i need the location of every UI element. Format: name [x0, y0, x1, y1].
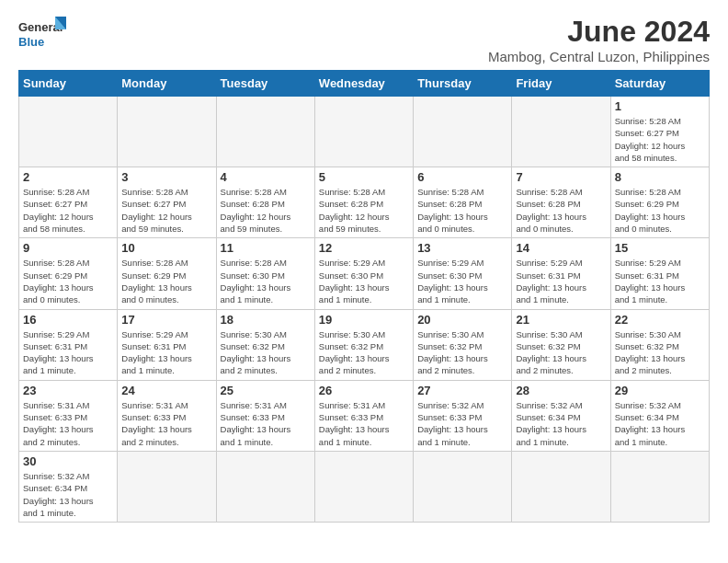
table-row: 18Sunrise: 5:30 AM Sunset: 6:32 PM Dayli…	[216, 309, 314, 380]
table-row	[118, 97, 216, 167]
day-info: Sunrise: 5:28 AM Sunset: 6:27 PM Dayligh…	[615, 115, 705, 164]
day-info: Sunrise: 5:28 AM Sunset: 6:27 PM Dayligh…	[121, 186, 211, 235]
calendar-week-row: 23Sunrise: 5:31 AM Sunset: 6:33 PM Dayli…	[19, 380, 710, 451]
calendar-week-row: 2Sunrise: 5:28 AM Sunset: 6:27 PM Daylig…	[19, 167, 710, 238]
table-row: 16Sunrise: 5:29 AM Sunset: 6:31 PM Dayli…	[19, 309, 118, 380]
table-row: 14Sunrise: 5:29 AM Sunset: 6:31 PM Dayli…	[512, 238, 610, 309]
day-number: 23	[23, 384, 113, 397]
day-info: Sunrise: 5:28 AM Sunset: 6:29 PM Dayligh…	[615, 186, 705, 235]
calendar-table: Sunday Monday Tuesday Wednesday Thursday…	[18, 70, 710, 523]
day-number: 28	[516, 384, 606, 397]
table-row: 20Sunrise: 5:30 AM Sunset: 6:32 PM Dayli…	[414, 309, 512, 380]
day-number: 18	[221, 313, 311, 327]
day-info: Sunrise: 5:31 AM Sunset: 6:33 PM Dayligh…	[121, 399, 211, 448]
calendar-body: 1Sunrise: 5:28 AM Sunset: 6:27 PM Daylig…	[19, 97, 710, 523]
day-number: 22	[615, 313, 705, 327]
day-number: 27	[417, 384, 507, 397]
table-row: 6Sunrise: 5:28 AM Sunset: 6:28 PM Daylig…	[414, 167, 512, 238]
table-row: 21Sunrise: 5:30 AM Sunset: 6:32 PM Dayli…	[512, 309, 610, 380]
table-row	[414, 451, 512, 522]
table-row: 9Sunrise: 5:28 AM Sunset: 6:29 PM Daylig…	[19, 238, 118, 309]
table-row: 26Sunrise: 5:31 AM Sunset: 6:33 PM Dayli…	[314, 380, 413, 451]
day-info: Sunrise: 5:30 AM Sunset: 6:32 PM Dayligh…	[221, 328, 311, 377]
table-row: 15Sunrise: 5:29 AM Sunset: 6:31 PM Dayli…	[610, 238, 709, 309]
day-number: 21	[516, 313, 606, 327]
table-row: 27Sunrise: 5:32 AM Sunset: 6:33 PM Dayli…	[414, 380, 512, 451]
page: General Blue June 2024 Mambog, Central L…	[0, 0, 728, 541]
day-number: 29	[615, 384, 705, 397]
table-row: 19Sunrise: 5:30 AM Sunset: 6:32 PM Dayli…	[314, 309, 413, 380]
day-number: 9	[23, 241, 113, 255]
logo-svg: General Blue	[18, 15, 66, 55]
day-info: Sunrise: 5:29 AM Sunset: 6:30 PM Dayligh…	[417, 257, 507, 305]
calendar-week-row: 30Sunrise: 5:32 AM Sunset: 6:34 PM Dayli…	[19, 451, 710, 522]
day-info: Sunrise: 5:31 AM Sunset: 6:33 PM Dayligh…	[319, 399, 409, 448]
day-number: 8	[615, 170, 705, 184]
table-row	[610, 451, 709, 522]
table-row: 3Sunrise: 5:28 AM Sunset: 6:27 PM Daylig…	[118, 167, 216, 238]
day-info: Sunrise: 5:28 AM Sunset: 6:29 PM Dayligh…	[121, 257, 211, 305]
day-number: 6	[417, 170, 507, 184]
day-info: Sunrise: 5:29 AM Sunset: 6:31 PM Dayligh…	[516, 257, 606, 305]
table-row: 8Sunrise: 5:28 AM Sunset: 6:29 PM Daylig…	[610, 167, 709, 238]
day-number: 20	[417, 313, 507, 327]
day-info: Sunrise: 5:29 AM Sunset: 6:31 PM Dayligh…	[121, 328, 211, 377]
logo: General Blue	[18, 15, 66, 55]
table-row: 28Sunrise: 5:32 AM Sunset: 6:34 PM Dayli…	[512, 380, 610, 451]
day-number: 25	[221, 384, 311, 397]
table-row	[512, 97, 610, 167]
table-row: 24Sunrise: 5:31 AM Sunset: 6:33 PM Dayli…	[118, 380, 216, 451]
day-number: 4	[221, 170, 311, 184]
day-number: 13	[417, 241, 507, 255]
table-row: 10Sunrise: 5:28 AM Sunset: 6:29 PM Dayli…	[118, 238, 216, 309]
table-row	[314, 451, 413, 522]
header-thursday: Thursday	[414, 71, 512, 97]
table-row	[216, 451, 314, 522]
table-row: 5Sunrise: 5:28 AM Sunset: 6:28 PM Daylig…	[314, 167, 413, 238]
svg-text:Blue: Blue	[18, 35, 44, 49]
table-row	[314, 97, 413, 167]
table-row	[118, 451, 216, 522]
header-sunday: Sunday	[19, 71, 118, 97]
table-row	[216, 97, 314, 167]
header-saturday: Saturday	[610, 71, 709, 97]
day-info: Sunrise: 5:30 AM Sunset: 6:32 PM Dayligh…	[417, 328, 507, 377]
day-info: Sunrise: 5:31 AM Sunset: 6:33 PM Dayligh…	[23, 399, 113, 448]
day-info: Sunrise: 5:32 AM Sunset: 6:34 PM Dayligh…	[615, 399, 705, 448]
day-info: Sunrise: 5:28 AM Sunset: 6:30 PM Dayligh…	[221, 257, 311, 305]
day-info: Sunrise: 5:32 AM Sunset: 6:34 PM Dayligh…	[23, 470, 113, 519]
day-info: Sunrise: 5:28 AM Sunset: 6:28 PM Dayligh…	[516, 186, 606, 235]
calendar-week-row: 16Sunrise: 5:29 AM Sunset: 6:31 PM Dayli…	[19, 309, 710, 380]
header-tuesday: Tuesday	[216, 71, 314, 97]
table-row: 13Sunrise: 5:29 AM Sunset: 6:30 PM Dayli…	[414, 238, 512, 309]
day-number: 3	[121, 170, 211, 184]
day-info: Sunrise: 5:31 AM Sunset: 6:33 PM Dayligh…	[221, 399, 311, 448]
table-row: 12Sunrise: 5:29 AM Sunset: 6:30 PM Dayli…	[314, 238, 413, 309]
day-info: Sunrise: 5:28 AM Sunset: 6:27 PM Dayligh…	[23, 186, 113, 235]
table-row: 17Sunrise: 5:29 AM Sunset: 6:31 PM Dayli…	[118, 309, 216, 380]
header: General Blue June 2024 Mambog, Central L…	[18, 15, 710, 64]
header-friday: Friday	[512, 71, 610, 97]
day-number: 10	[121, 241, 211, 255]
day-info: Sunrise: 5:30 AM Sunset: 6:32 PM Dayligh…	[615, 328, 705, 377]
day-info: Sunrise: 5:28 AM Sunset: 6:28 PM Dayligh…	[221, 186, 311, 235]
day-number: 14	[516, 241, 606, 255]
day-info: Sunrise: 5:29 AM Sunset: 6:30 PM Dayligh…	[319, 257, 409, 305]
table-row: 22Sunrise: 5:30 AM Sunset: 6:32 PM Dayli…	[610, 309, 709, 380]
day-number: 19	[319, 313, 409, 327]
day-info: Sunrise: 5:29 AM Sunset: 6:31 PM Dayligh…	[615, 257, 705, 305]
day-info: Sunrise: 5:32 AM Sunset: 6:33 PM Dayligh…	[417, 399, 507, 448]
day-info: Sunrise: 5:28 AM Sunset: 6:28 PM Dayligh…	[319, 186, 409, 235]
day-number: 12	[319, 241, 409, 255]
table-row: 23Sunrise: 5:31 AM Sunset: 6:33 PM Dayli…	[19, 380, 118, 451]
table-row: 25Sunrise: 5:31 AM Sunset: 6:33 PM Dayli…	[216, 380, 314, 451]
day-number: 1	[615, 99, 705, 113]
day-number: 16	[23, 313, 113, 327]
day-info: Sunrise: 5:30 AM Sunset: 6:32 PM Dayligh…	[516, 328, 606, 377]
table-row	[19, 97, 118, 167]
day-number: 17	[121, 313, 211, 327]
location-subtitle: Mambog, Central Luzon, Philippines	[488, 49, 710, 64]
day-number: 24	[121, 384, 211, 397]
day-number: 11	[221, 241, 311, 255]
calendar-header-row: Sunday Monday Tuesday Wednesday Thursday…	[19, 71, 710, 97]
